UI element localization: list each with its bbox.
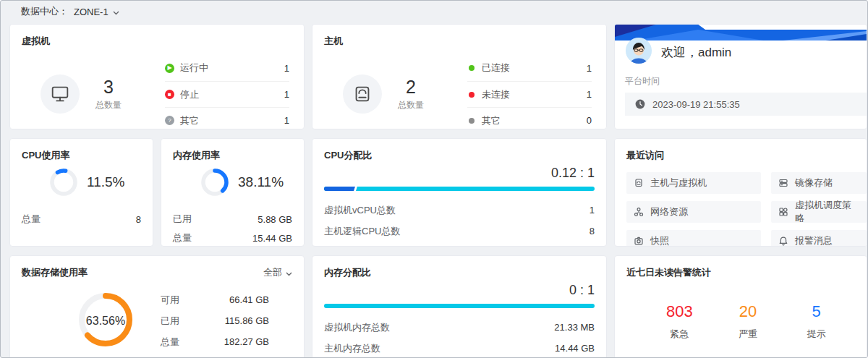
recent-item-label: 快照 <box>650 234 669 247</box>
vm-status-other: ? 其它 1 <box>165 107 289 129</box>
host-total-value: 2 <box>398 77 424 98</box>
kv-value: 182.27 GB <box>224 336 269 347</box>
kv-row: 总量 8 <box>22 210 141 229</box>
status-label: 其它 <box>180 114 284 127</box>
alarm-bell-icon <box>778 236 788 246</box>
recent-title: 最近访问 <box>626 149 867 162</box>
vm-status-list: ▶ 运行中 1 ■ 停止 1 ? 其它 1 <box>165 55 289 129</box>
vm-summary: 3 总数量 <box>41 74 122 114</box>
alarm-stat-critical: 803 紧急 <box>645 302 714 341</box>
platform-time-bar: 2023-09-19 21:55:35 <box>625 93 867 116</box>
kv-label: 总量 <box>161 336 179 349</box>
chevron-down-icon <box>286 268 292 278</box>
host-card: 主机 2 总数量 已连接 <box>312 24 607 129</box>
platform-time-label: 平台时间 <box>625 75 660 88</box>
host-status-disconnected: 未连接 1 <box>467 81 592 107</box>
kv-row: 已用 115.86 GB <box>161 310 269 331</box>
recent-item-alarm[interactable]: 报警消息 <box>771 230 867 247</box>
cpu-usage-rows: 总量 8 <box>22 210 141 229</box>
recent-item-label: 镜像存储 <box>795 176 833 189</box>
kv-row: 虚拟机vCPU总数 1 <box>324 200 595 221</box>
recent-item-label: 报警消息 <box>795 234 833 247</box>
status-value: 1 <box>587 89 592 100</box>
kv-row: 虚拟机内存总数 21.33 MB <box>324 317 595 338</box>
mem-ratio-card: 内存分配比 0 : 1 虚拟机内存总数 21.33 MB 主机内存总数 14.4… <box>312 255 607 358</box>
vm-total: 3 总数量 <box>95 77 122 111</box>
cpu-usage-body: 11.5% <box>22 168 141 197</box>
kv-label: 可用 <box>161 294 179 307</box>
platform-time-value: 2023-09-19 21:55:35 <box>652 99 740 110</box>
storage-filter-select[interactable]: 全部 <box>263 266 292 279</box>
mem-ratio-value: 0 : 1 <box>324 283 595 298</box>
kv-label: CPU分配比例 <box>324 246 381 247</box>
status-label: 未连接 <box>482 88 587 101</box>
kv-row: CPU分配比例 12.5 % <box>324 242 595 247</box>
storage-rows: 可用 66.41 GB 已用 115.86 GB 总量 182.27 GB <box>161 289 269 352</box>
vm-card: 虚拟机 3 总数量 ▶ 运行中 <box>9 24 305 129</box>
status-value: 0 <box>587 115 592 126</box>
recent-grid: 主机与虚拟机 镜像存储 网络资源 <box>626 172 867 247</box>
storage-donut: 63.56% <box>78 292 133 349</box>
greeting-text: 欢迎，admin <box>661 44 731 61</box>
recent-item-host-vm[interactable]: 主机与虚拟机 <box>626 172 761 194</box>
mem-ratio-rows: 虚拟机内存总数 21.33 MB 主机内存总数 14.44 GB 内存分配比例 … <box>324 317 595 358</box>
alarm-severe-count: 20 <box>714 302 783 321</box>
status-value: 1 <box>284 89 289 100</box>
snapshot-icon <box>634 236 644 246</box>
kv-label: 总量 <box>173 231 192 244</box>
alarm-stats: 803 紧急 20 严重 5 提示 <box>626 302 855 341</box>
recent-item-label: 虚拟机调度策略 <box>795 199 859 225</box>
recent-card: 最近访问 主机与虚拟机 镜像存储 <box>614 138 867 247</box>
recent-item-scheduler[interactable]: 虚拟机调度策略 <box>771 201 867 223</box>
status-value: 1 <box>284 115 289 126</box>
kv-value: 1 <box>590 205 595 216</box>
kv-row: 主机逻辑CPU总数 8 <box>324 221 595 242</box>
alarm-critical-label: 紧急 <box>645 328 714 341</box>
cpu-usage-card: CPU使用率 11.5% 总量 8 <box>9 138 153 247</box>
datacenter-label: 数据中心： <box>21 5 68 18</box>
cpu-ratio-value: 0.12 : 1 <box>324 166 595 181</box>
vm-total-label: 总数量 <box>95 99 122 111</box>
kv-value: 115.86 GB <box>225 315 269 326</box>
kv-value: 8 <box>136 214 141 225</box>
clock-icon <box>635 99 645 109</box>
recent-item-label: 网络资源 <box>650 205 688 218</box>
alarm-stat-severe: 20 严重 <box>714 302 783 341</box>
storage-card: 数据存储使用率 全部 63.56% <box>9 255 305 358</box>
topbar: 数据中心： ZONE-1 <box>1 1 867 22</box>
recent-item-snapshot[interactable]: 快照 <box>626 230 761 247</box>
recent-item-image-storage[interactable]: 镜像存储 <box>771 172 867 194</box>
datacenter-select[interactable]: ZONE-1 <box>74 7 119 17</box>
alarm-critical-count: 803 <box>645 302 714 321</box>
storage-percent: 63.56% <box>78 292 133 349</box>
cpu-ratio-title: CPU分配比 <box>324 149 595 162</box>
vm-total-value: 3 <box>95 77 122 98</box>
mem-ratio-title: 内存分配比 <box>324 266 595 279</box>
mem-usage-percent: 38.11% <box>238 174 284 190</box>
host-icon <box>343 74 382 114</box>
kv-label: 已用 <box>173 213 192 226</box>
disconnected-dot <box>469 92 475 98</box>
kv-row: 主机内存总数 14.44 GB <box>324 338 595 358</box>
kv-value: 8 <box>590 226 595 236</box>
mem-usage-title: 内存使用率 <box>173 149 292 162</box>
cpu-ratio-bar <box>324 187 595 191</box>
vm-status-stopped: ■ 停止 1 <box>165 81 289 107</box>
host-status-connected: 已连接 1 <box>467 55 592 81</box>
kv-value: 5.88 GB <box>258 214 292 225</box>
chevron-down-icon <box>113 7 119 17</box>
kv-row: 已用 5.88 GB <box>173 210 292 229</box>
host-status-list: 已连接 1 未连接 1 其它 0 <box>467 55 592 129</box>
alarm-title: 近七日未读告警统计 <box>626 266 855 279</box>
kv-value: 14.44 GB <box>555 343 595 354</box>
dashboard: 数据中心： ZONE-1 虚拟机 3 总数量 <box>0 0 868 358</box>
other-dot <box>469 118 475 124</box>
kv-value: 21.33 MB <box>554 322 595 333</box>
kv-row: 总量 15.44 GB <box>173 229 292 247</box>
banner-graphic <box>615 25 867 41</box>
mem-usage-card: 内存使用率 38.11% 已用 5.88 GB <box>161 138 305 247</box>
kv-label: 虚拟机内存总数 <box>324 321 390 334</box>
recent-item-network[interactable]: 网络资源 <box>626 201 761 223</box>
storage-filter-value: 全部 <box>263 266 282 279</box>
status-value: 1 <box>587 63 592 74</box>
